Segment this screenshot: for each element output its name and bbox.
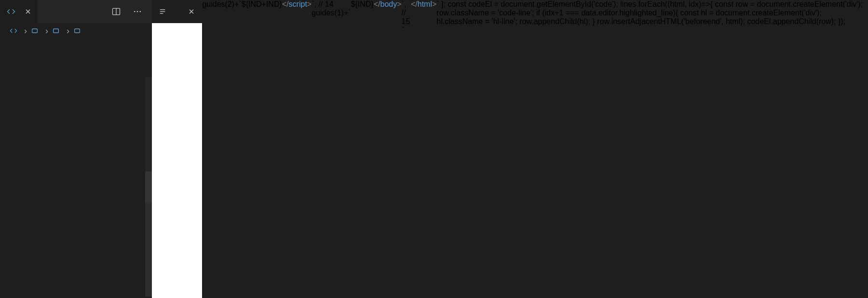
- editor-tab-bar: [0, 0, 152, 23]
- breadcrumb[interactable]: › › ›: [0, 23, 152, 39]
- editor-tab-actions: [111, 0, 152, 23]
- preview-content: [152, 23, 202, 298]
- preview-icon: [159, 8, 166, 15]
- preview-tab-bar: [152, 0, 202, 23]
- svg-point-4: [134, 11, 136, 13]
- close-icon[interactable]: [23, 7, 33, 16]
- svg-point-5: [137, 11, 138, 13]
- editor-tab[interactable]: [0, 0, 38, 23]
- chevron-right-icon: ›: [24, 26, 27, 36]
- symbol-icon: [73, 27, 81, 35]
- minimap-slider[interactable]: [145, 171, 152, 297]
- svg-rect-8: [54, 29, 59, 33]
- line-number-gutter: [0, 39, 31, 298]
- code-content[interactable]: [31, 39, 152, 298]
- svg-rect-7: [32, 29, 38, 33]
- symbol-icon: [52, 27, 60, 35]
- preview-tab[interactable]: [152, 0, 202, 23]
- code-icon: [7, 7, 15, 16]
- chevron-right-icon: ›: [67, 26, 69, 36]
- close-icon[interactable]: [188, 8, 195, 15]
- code-icon: [10, 27, 17, 35]
- symbol-icon: [31, 27, 39, 35]
- svg-rect-9: [75, 29, 80, 33]
- preview-pane: [152, 0, 202, 298]
- split-editor-icon[interactable]: [111, 7, 121, 16]
- more-actions-icon[interactable]: [133, 7, 142, 16]
- editor-pane: › › ›: [0, 0, 152, 298]
- chevron-right-icon: ›: [45, 26, 48, 36]
- svg-point-6: [140, 11, 141, 13]
- code-editor[interactable]: [0, 39, 152, 298]
